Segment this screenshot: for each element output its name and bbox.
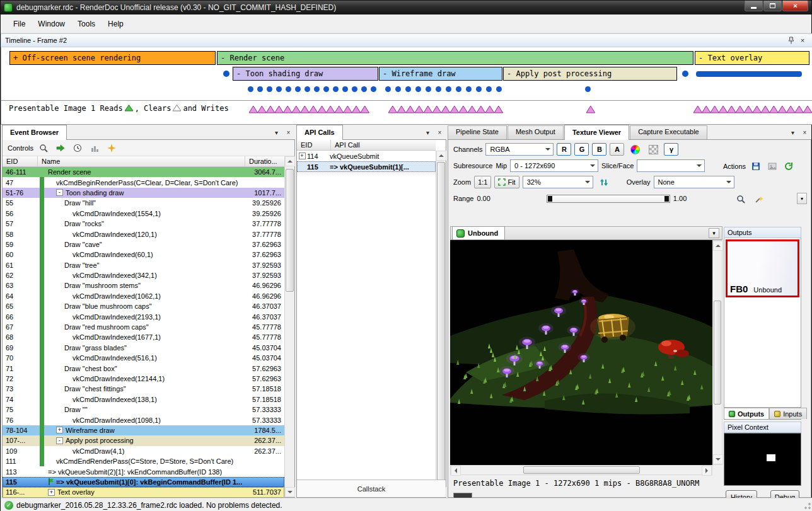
sliceface-combo[interactable] <box>637 159 705 172</box>
event-row[interactable]: 66vkCmdDrawIndexed(2193,1)46.37037 <box>3 311 284 321</box>
event-row[interactable]: 63Draw "mushroom stems"46.96296 <box>3 280 284 290</box>
event-row[interactable]: 65Draw "blue mushroom caps"46.37037 <box>3 301 284 311</box>
statistics-icon[interactable] <box>87 141 102 154</box>
api-calls-scrollbar[interactable] <box>436 151 446 497</box>
texture-image[interactable] <box>450 240 712 465</box>
event-row[interactable]: 51-76-Toon shading draw1017.7... <box>3 188 284 198</box>
draw-marker-dot[interactable] <box>385 86 391 92</box>
scroll-up-icon[interactable] <box>436 151 446 161</box>
draw-marker-dot[interactable] <box>486 86 492 92</box>
toolbar-overflow-button[interactable]: ▾ <box>797 193 807 204</box>
expand-icon[interactable]: + <box>299 152 306 159</box>
refresh-icon[interactable] <box>782 159 796 173</box>
panel-close-icon[interactable]: × <box>283 127 294 137</box>
color-wheel-icon[interactable] <box>627 143 642 156</box>
timeline-block-offscreen[interactable]: + Off-screen scene rendering <box>9 51 216 65</box>
event-row[interactable]: 113=> vkQueueSubmit(2)[1]: vkEndCommandB… <box>3 466 284 476</box>
scroll-right-icon[interactable] <box>702 466 712 476</box>
draw-marker-dot[interactable] <box>314 86 320 92</box>
event-row[interactable]: 57Draw "rocks"37.77778 <box>3 219 284 229</box>
pixel-context-display[interactable] <box>724 433 801 486</box>
event-row[interactable]: 109vkCmdDraw(4,1)262.37... <box>3 446 284 456</box>
title-bar[interactable]: debugmarker.rdc - RenderDoc Unofficial r… <box>1 1 811 14</box>
flip-y-icon[interactable] <box>596 176 612 188</box>
texture-tab-unbound[interactable]: Unbound <box>452 226 505 239</box>
event-browser-scrollbar[interactable] <box>284 156 294 497</box>
zoom-1to1-button[interactable]: 1:1 <box>474 176 491 188</box>
texture-vertical-scrollbar[interactable] <box>712 240 722 465</box>
draw-marker-dot[interactable] <box>496 86 502 92</box>
goto-arrow-icon[interactable] <box>53 141 68 154</box>
resize-grip[interactable] <box>803 502 811 510</box>
timeline-header[interactable]: Timeline - Frame #2 × <box>1 33 812 47</box>
time-durations-icon[interactable] <box>70 141 85 154</box>
timeline-block-text-overlay[interactable]: - Text overlay <box>695 51 809 65</box>
draw-marker-dot[interactable] <box>276 86 282 92</box>
scroll-down-icon[interactable] <box>285 487 295 497</box>
tab-event-browser[interactable]: Event Browser <box>2 125 67 140</box>
draw-marker-dot[interactable] <box>342 86 348 92</box>
timeline-block-toon[interactable]: - Toon shading draw <box>233 67 378 81</box>
event-row[interactable]: 75Draw ""57.33333 <box>3 405 284 415</box>
draw-marker-dot[interactable] <box>295 86 301 92</box>
fit-button[interactable]: Fit <box>494 176 519 188</box>
event-row[interactable]: 72vkCmdDrawIndexed(12144,1)57.62963 <box>3 374 284 384</box>
event-row[interactable]: 56vkCmdDrawIndexed(1554,1)39.25926 <box>3 209 284 219</box>
event-row[interactable]: 62vkCmdDrawIndexed(342,1)37.92593 <box>3 270 284 280</box>
texture-display[interactable] <box>450 240 712 465</box>
draw-marker-dot[interactable] <box>436 86 441 92</box>
texture-horizontal-scrollbar[interactable] <box>450 465 712 475</box>
range-min-handle[interactable] <box>548 196 552 202</box>
timeline-body[interactable]: + Off-screen scene rendering - Render sc… <box>1 47 812 125</box>
red-channel-button[interactable]: R <box>557 143 571 156</box>
timeline-block-render-scene[interactable]: - Render scene <box>217 51 693 65</box>
output-fb0-card[interactable]: FB0 Unbound <box>726 239 799 297</box>
bookmark-icon[interactable] <box>104 141 119 154</box>
text-overlay-marker-bar[interactable] <box>696 71 802 77</box>
api-table-header[interactable]: EID API Call <box>297 140 436 151</box>
panel-close-icon[interactable]: × <box>434 127 445 137</box>
channels-combo[interactable]: RGBA <box>485 143 554 156</box>
scroll-up-icon[interactable] <box>285 156 295 166</box>
alpha-channel-button[interactable]: A <box>610 143 624 156</box>
open-capture-icon[interactable] <box>765 159 779 173</box>
event-row[interactable]: 58vkCmdDrawIndexed(120,1)37.77778 <box>3 229 284 239</box>
draw-marker-dot[interactable] <box>361 86 367 92</box>
tab-capture-executable[interactable]: Capture Executable <box>630 125 707 139</box>
event-row[interactable]: 69Draw "grass blades"45.03704 <box>3 343 284 353</box>
magnifier-icon[interactable] <box>733 193 748 205</box>
event-row[interactable]: 59Draw "cave"37.62963 <box>3 239 284 250</box>
blue-channel-button[interactable]: B <box>592 143 606 156</box>
menu-window[interactable]: Window <box>32 16 71 32</box>
event-row[interactable]: 67Draw "red mushroom caps"45.77778 <box>3 322 284 332</box>
draw-marker-dot[interactable] <box>286 86 291 92</box>
api-row[interactable]: 115=> vkQueueSubmit(1)[... <box>297 161 436 172</box>
draw-marker-dot[interactable] <box>405 86 411 92</box>
green-channel-button[interactable]: G <box>574 143 589 156</box>
expand-icon[interactable]: - <box>56 437 63 444</box>
column-eid[interactable]: EID <box>297 140 331 150</box>
panel-menu-icon[interactable]: ▾ <box>271 127 282 137</box>
event-row[interactable]: 107-...-Apply post processing262.37... <box>3 435 284 445</box>
scrollbar-thumb[interactable] <box>286 169 294 292</box>
timeline-block-wireframe[interactable]: - Wireframe draw <box>379 67 502 81</box>
expand-icon[interactable]: + <box>56 427 63 433</box>
event-row[interactable]: 73Draw "chest fittings"57.18518 <box>3 384 284 394</box>
draw-marker-dot[interactable] <box>304 86 310 92</box>
event-row[interactable]: 115=> vkQueueSubmit(1)[0]: vkBeginComman… <box>3 477 284 487</box>
scroll-down-icon[interactable] <box>713 454 723 464</box>
panel-menu-icon[interactable]: ▾ <box>422 127 433 137</box>
zoom-combo[interactable]: 32% <box>523 176 593 188</box>
event-table-header[interactable]: EID Name Duratio... <box>3 156 284 167</box>
maximize-button[interactable] <box>763 1 782 11</box>
column-name[interactable]: Name <box>38 156 245 166</box>
draw-marker-dot[interactable] <box>257 86 263 92</box>
gamma-button[interactable]: γ <box>664 143 678 156</box>
column-api-call[interactable]: API Call <box>331 140 436 150</box>
event-row[interactable]: 116-...+Text overlay511.7037 <box>3 487 284 497</box>
texture-list-dropdown[interactable]: ▾ <box>709 228 719 238</box>
timeline-close-icon[interactable]: × <box>797 35 808 45</box>
event-row[interactable]: 70vkCmdDrawIndexed(516,1)45.03704 <box>3 353 284 363</box>
checkerboard-icon[interactable] <box>646 143 661 156</box>
event-marker-dot[interactable] <box>682 71 688 77</box>
